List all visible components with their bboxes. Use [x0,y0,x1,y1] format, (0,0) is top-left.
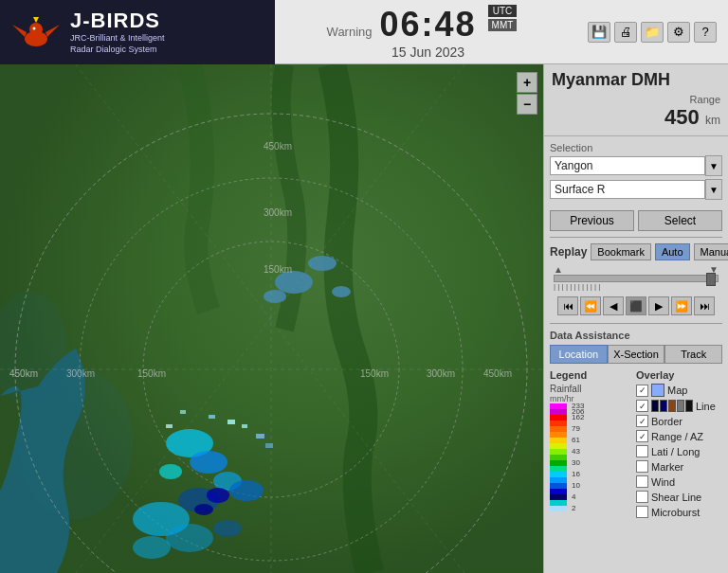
svg-text:450km: 450km [264,141,292,152]
svg-rect-34 [256,434,264,439]
wind-checkbox[interactable] [636,475,648,488]
svg-point-13 [332,286,351,297]
overlay-wind[interactable]: Wind [636,475,722,488]
print-icon[interactable]: 🖨 [614,22,637,43]
warning-area: Warning 06:48 15 Jun 2023 UTC MMT [275,5,569,60]
section-divider [550,237,722,238]
wind-label: Wind [651,476,675,488]
dropdown1-arrow[interactable]: ▼ [705,155,722,176]
rewind-button[interactable]: ⏪ [580,296,601,315]
data-tabs: Location X-Section Track [550,345,722,364]
svg-marker-4 [33,17,39,23]
overlay-column: Overlay ✓ Map ✓ [636,369,722,521]
lati-long-checkbox[interactable] [636,445,648,457]
skip-back-button[interactable]: ⏮ [557,296,578,315]
slider-min-label: ▲ [554,264,563,275]
dropdown-row-1: Yangon ▼ [550,155,722,176]
folder-icon[interactable]: 📁 [641,22,664,43]
rainfall-label: Rainfall [550,384,630,394]
yangon-dropdown[interactable]: Yangon [550,156,705,175]
utc-mmt-toggle[interactable]: UTC MMT [488,5,518,31]
mmt-button[interactable]: MMT [488,19,518,31]
map-area[interactable]: 450km 300km 150km 150km 300km 450km 450k… [0,64,543,573]
help-icon[interactable]: ? [694,22,717,43]
zoom-in-button[interactable]: + [517,72,537,93]
svg-rect-33 [209,415,215,419]
map-checkbox[interactable]: ✓ [636,385,648,397]
overlay-lati-long[interactable]: Lati / Long [636,445,722,457]
svg-text:450km: 450km [483,368,512,379]
marker-checkbox[interactable] [636,460,648,473]
station-name: Myanmar DMH [544,64,728,92]
svg-rect-36 [180,410,186,414]
zoom-out-button[interactable]: − [517,94,537,115]
svg-text:300km: 300km [264,207,292,218]
timeline-slider[interactable] [554,275,719,282]
toolbar-icons: 💾 🖨 📁 ⚙ ? [584,18,720,46]
stop-button[interactable]: ⬛ [626,296,646,315]
main: 450km 300km 150km 150km 300km 450km 450k… [0,64,728,573]
step-back-button[interactable]: ◀ [603,296,624,315]
range-section: Range 450 km [544,92,728,134]
prev-select-row: Previous Select [544,206,728,235]
select-button[interactable]: Select [638,210,722,231]
svg-point-5 [33,27,36,30]
svg-point-3 [29,23,43,36]
date-display: 15 Jun 2023 [391,45,464,60]
data-assist-label: Data Assistance [550,330,722,341]
time-display: 06:48 [380,5,477,45]
overlay-border[interactable]: ✓ Border [636,415,722,427]
product-dropdown[interactable]: Surface R [550,180,705,199]
legend-header: Legend [550,369,630,381]
tab-xsection[interactable]: X-Section [608,345,665,364]
manual-button[interactable]: Manual [694,243,728,260]
time-section: 06:48 15 Jun 2023 [380,5,477,60]
step-forward-button[interactable]: ▶ [648,296,669,315]
overlay-marker[interactable]: Marker [636,460,722,473]
bookmark-button[interactable]: Bookmark [591,243,651,260]
svg-rect-35 [265,443,273,448]
overlay-range-az[interactable]: ✓ Range / AZ [636,430,722,442]
svg-rect-32 [242,424,247,428]
skip-forward-button[interactable]: ⏭ [694,296,715,315]
previous-button[interactable]: Previous [550,210,634,231]
range-az-checkbox[interactable]: ✓ [636,430,648,442]
overlay-microburst[interactable]: Microburst [636,506,722,518]
data-assist-section: Data Assistance Location X-Section Track… [544,326,728,528]
svg-point-38 [207,488,229,503]
dropdown2-arrow[interactable]: ▼ [705,179,722,200]
overlay-map[interactable]: ✓ Map [636,384,722,397]
range-az-label: Range / AZ [651,431,703,442]
settings-icon[interactable]: ⚙ [667,22,690,43]
selection-section: Selection Yangon ▼ Surface R ▼ [544,138,728,206]
border-checkbox[interactable]: ✓ [636,415,648,427]
line-checkbox[interactable]: ✓ [636,400,648,412]
slider-thumb[interactable] [706,273,716,286]
svg-point-28 [166,524,213,552]
overlay-header: Overlay [636,369,722,381]
save-icon[interactable]: 💾 [588,22,610,43]
overlay-line[interactable]: ✓ Line [636,400,722,412]
replay-header: Replay Bookmark Auto Manual [550,243,722,260]
shear-line-checkbox[interactable] [636,491,648,503]
svg-point-29 [133,536,171,559]
tab-track[interactable]: Track [664,345,722,364]
svg-point-25 [229,480,264,501]
microburst-checkbox[interactable] [636,506,648,518]
fast-forward-button[interactable]: ⏩ [671,296,692,315]
utc-button[interactable]: UTC [488,5,518,17]
svg-text:300km: 300km [66,368,95,379]
radar-map: 450km 300km 150km 150km 300km 450km 450k… [0,64,543,573]
slider-area: ▲ ▼ | | | | | | | | | | | | [550,264,722,291]
range-label: Range [552,94,720,105]
tab-location[interactable]: Location [550,345,608,364]
section-divider-2 [550,323,722,324]
svg-text:150km: 150km [360,368,389,379]
overlay-shear-line[interactable]: Shear Line [636,491,722,503]
auto-button[interactable]: Auto [655,243,690,260]
range-unit: km [705,114,720,127]
logo-title: J-BIRDS [70,9,165,33]
svg-point-39 [194,504,213,515]
legend-column: Legend Rainfall mm/hr [550,369,630,521]
rainfall-unit: mm/hr [550,394,630,403]
